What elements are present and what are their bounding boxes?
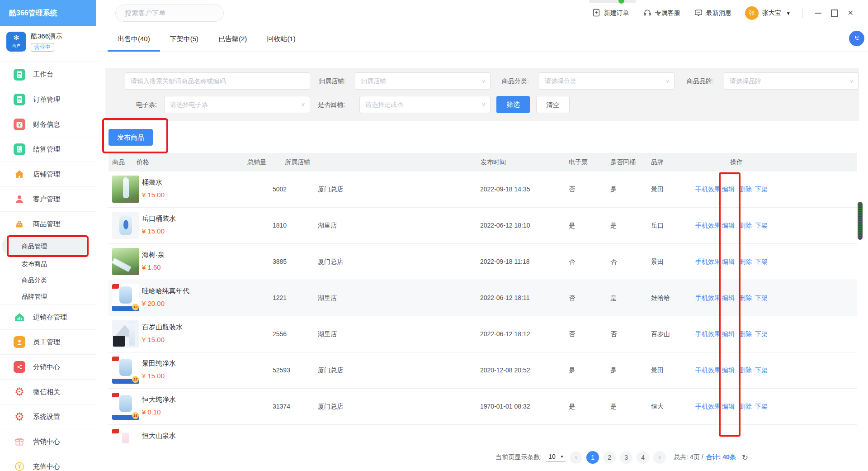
user-menu[interactable]: 张 张大宝 ▼ (745, 6, 791, 20)
sidebar-item-customers[interactable]: 客户管理 (0, 186, 96, 211)
minimize-button[interactable] (815, 13, 821, 14)
phone-gear-icon (853, 34, 861, 43)
sidebar-item-distribution[interactable]: 分销中心 (0, 354, 96, 379)
chat-bubble-icon (694, 8, 703, 19)
page-button-4[interactable]: 4 (637, 451, 649, 464)
tab-recycle-bin[interactable]: 回收站(1) (257, 26, 305, 52)
action-link-edit[interactable]: 编辑 (722, 186, 735, 194)
sidebar-item-marketing[interactable]: 营销中心 (0, 429, 96, 454)
merchant-avatar-label: 商户 (6, 43, 26, 48)
eticket-filter-select[interactable]: 请选择电子票 ∨ (164, 96, 310, 113)
product-name: 恒大纯净水 (142, 395, 176, 404)
publish-time: 2022-06-12 18:12 (480, 330, 530, 338)
action-link-phone-preview[interactable]: 手机效果 (695, 330, 721, 338)
category-filter-label: 商品分类: (502, 72, 529, 90)
action-link-edit[interactable]: 编辑 (722, 294, 735, 302)
clear-button[interactable]: 清空 (536, 96, 570, 113)
action-link-edit[interactable]: 编辑 (722, 258, 735, 266)
action-link-edit[interactable]: 编辑 (722, 366, 735, 375)
action-link-delete[interactable]: 删除 (739, 366, 752, 375)
new-order-button[interactable]: 新建订单 (592, 8, 629, 19)
sidebar-item-stores[interactable]: 店铺管理 (0, 162, 96, 186)
sidebar-item-recharge[interactable]: 充值中心 (0, 454, 96, 471)
action-link-phone-preview[interactable]: 手机效果 (695, 222, 721, 230)
action-link-delete[interactable]: 删除 (739, 186, 752, 194)
action-link-off-shelf[interactable]: 下架 (755, 330, 768, 338)
product-price: ¥ 0.10 (142, 408, 161, 416)
sidebar-subitem-goods-category[interactable]: 商品分类 (0, 272, 96, 288)
sidebar-item-staff[interactable]: 员工管理 (0, 329, 96, 354)
action-link-phone-preview[interactable]: 手机效果 (695, 186, 721, 194)
table-header: 商品价格总销量所属店铺发布时间电子票是否回桶品牌操作 (108, 153, 857, 171)
sidebar-item-label: 微信相关 (33, 388, 60, 396)
action-link-off-shelf[interactable]: 下架 (755, 186, 768, 194)
latest-messages-button[interactable]: 最新消息 (694, 8, 731, 19)
tab-sold-out[interactable]: 已告罄(2) (208, 26, 257, 52)
column-header-4: 发布时间 (481, 153, 506, 171)
recycle-filter-select[interactable]: 请选择是或否 ∨ (359, 96, 491, 113)
action-link-edit[interactable]: 编辑 (722, 403, 735, 411)
sidebar-item-goods[interactable]: 商品管理 (0, 211, 96, 236)
action-link-delete[interactable]: 删除 (739, 294, 752, 302)
tab-on-sale[interactable]: 出售中(40) (108, 26, 160, 52)
action-link-delete[interactable]: 删除 (739, 403, 752, 411)
publish-product-button[interactable]: 发布商品 (108, 129, 153, 146)
sidebar-item-label: 财务信息 (33, 120, 60, 129)
sidebar-item-wechat[interactable]: ⚙微信相关 (0, 379, 96, 404)
scrollbar-thumb[interactable] (858, 202, 863, 240)
action-link-delete[interactable]: 删除 (739, 222, 752, 230)
sidebar-item-settlement[interactable]: 结算管理 (0, 137, 96, 162)
product-name: 岳口桶装水 (142, 214, 176, 223)
page-button-1[interactable]: 1 (586, 451, 599, 464)
chevron-down-icon: ∨ (481, 96, 486, 113)
category-filter-select[interactable]: 请选择分类 ∨ (539, 72, 675, 90)
sidebar-subitem-goods-manage[interactable]: 商品管理 (2, 238, 90, 255)
action-link-phone-preview[interactable]: 手机效果 (695, 403, 721, 411)
action-link-phone-preview[interactable]: 手机效果 (695, 258, 721, 266)
prev-page-button[interactable]: ‹ (570, 451, 582, 464)
sidebar-item-system[interactable]: ⚙系统设置 (0, 404, 96, 429)
action-link-delete[interactable]: 删除 (739, 330, 752, 338)
close-button[interactable]: ✕ (848, 10, 854, 17)
table-row: 百岁山瓶装水¥ 15.002556湖里店2022-06-12 18:12否否百岁… (108, 316, 857, 352)
sidebar-item-inventory[interactable]: 进销存管理 (0, 304, 96, 329)
action-link-off-shelf[interactable]: 下架 (755, 403, 768, 411)
sidebar-subitem-goods-publish[interactable]: 发布商品 (0, 256, 96, 272)
action-link-delete[interactable]: 删除 (739, 258, 752, 266)
page-button-2[interactable]: 2 (603, 451, 616, 464)
doc-icon (14, 69, 25, 81)
action-link-off-shelf[interactable]: 下架 (755, 366, 768, 375)
call-settings-fab[interactable] (849, 31, 864, 46)
store-filter-select[interactable]: 归属店铺 ∨ (355, 72, 491, 90)
store-name: 湖里店 (318, 330, 337, 338)
maximize-button[interactable] (831, 10, 838, 17)
action-link-off-shelf[interactable]: 下架 (755, 222, 768, 230)
window-controls: ✕ (815, 10, 854, 17)
sidebar-item-label: 营销中心 (33, 438, 60, 446)
eticket-value: 否 (569, 186, 575, 194)
action-link-edit[interactable]: 编辑 (722, 222, 735, 230)
brand-filter-select[interactable]: 请选择品牌 ∨ (724, 72, 859, 90)
sidebar-item-orders[interactable]: 订单管理 (0, 87, 96, 112)
next-page-button[interactable]: › (653, 451, 666, 464)
total-sales: 5002 (273, 186, 287, 193)
per-page-select[interactable]: 10 ▾ (546, 453, 566, 462)
customer-order-search-input[interactable]: 搜索客户下单 (115, 5, 224, 22)
action-link-edit[interactable]: 编辑 (722, 330, 735, 338)
action-link-phone-preview[interactable]: 手机效果 (695, 294, 721, 302)
keyword-search-input[interactable] (125, 72, 310, 90)
product-image: 22 (112, 357, 139, 384)
sidebar-item-workbench[interactable]: 工作台 (0, 62, 96, 87)
action-link-phone-preview[interactable]: 手机效果 (695, 366, 721, 375)
page-buttons: 1234 (586, 451, 649, 464)
sidebar-item-finance[interactable]: 财务信息 (0, 112, 96, 137)
refresh-icon[interactable]: ↻ (742, 453, 748, 462)
customer-service-button[interactable]: 专属客服 (643, 8, 680, 19)
filter-button[interactable]: 筛选 (496, 96, 530, 113)
action-link-off-shelf[interactable]: 下架 (755, 294, 768, 302)
sidebar-subitem-brand-manage[interactable]: 品牌管理 (0, 288, 96, 304)
page-button-3[interactable]: 3 (620, 451, 632, 464)
action-link-off-shelf[interactable]: 下架 (755, 258, 768, 266)
idcard-icon (14, 336, 25, 348)
tab-off-shelf[interactable]: 下架中(5) (160, 26, 208, 52)
